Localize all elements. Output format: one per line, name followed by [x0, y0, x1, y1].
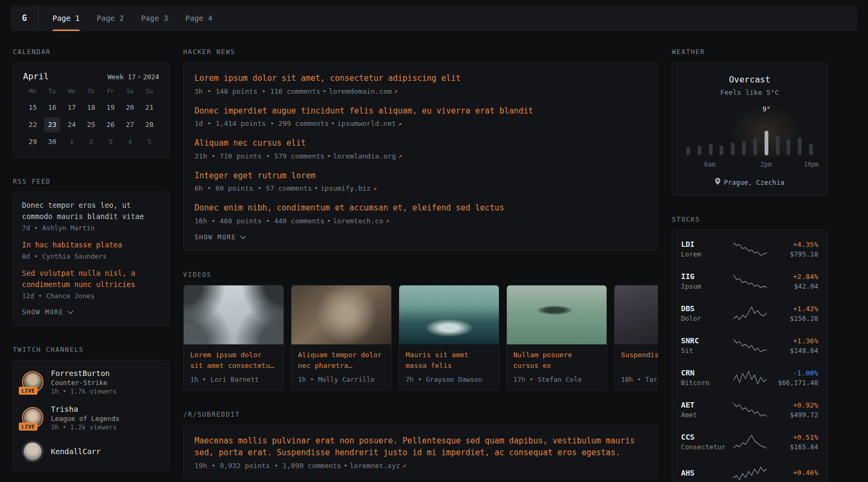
subreddit-item: Maecenas mollis pulvinar erat non posuer… — [194, 435, 647, 470]
hn-domain-link[interactable]: loremlandia.org↗ — [333, 152, 402, 160]
video-thumbnail[interactable] — [507, 285, 607, 344]
video-card: Aliquam tempor dolor nec pharetra… 1h • … — [291, 285, 392, 390]
calendar-day: 29 — [25, 134, 41, 149]
subreddit-domain: loremnet.xyz — [350, 462, 400, 470]
page-tabs: Page 1 Page 2 Page 3 Page 4 — [44, 5, 221, 31]
weather-bar — [742, 141, 746, 155]
tab-page-1[interactable]: Page 1 — [44, 5, 88, 31]
tab-page-4[interactable]: Page 4 — [177, 5, 221, 31]
video-title-link[interactable]: Nullam posuere cursus ex — [513, 350, 600, 372]
calendar-widget-title: CALENDAR — [13, 48, 169, 56]
rss-headline-link[interactable]: Donec tempor eros leo, ut commodo mauris… — [22, 200, 160, 222]
video-thumbnail[interactable] — [399, 285, 499, 344]
stock-ticker: DBS — [681, 304, 730, 313]
hn-show-more-button[interactable]: SHOW MORE — [194, 234, 246, 241]
hn-headline-link[interactable]: Aliquam nec cursus elit — [194, 137, 647, 149]
stock-row[interactable]: IIG Ipsum +2.84% $42.04 — [672, 265, 827, 297]
twitch-channel-row[interactable]: LIVE Trisha League of Legends 3h • 1.2k … — [22, 405, 160, 431]
hn-headline-link[interactable]: Donec imperdiet augue tincidunt felis al… — [194, 105, 647, 117]
stock-row[interactable]: DBS Dolor +1.42% $156.28 — [672, 297, 827, 329]
subreddit-item-meta: 19h • 9,932 points • 1,090 comments•lore… — [194, 462, 647, 470]
chevron-down-icon — [240, 234, 246, 241]
weather-bar — [698, 146, 701, 155]
app-logo[interactable]: G — [11, 5, 39, 31]
tab-page-2[interactable]: Page 2 — [88, 5, 133, 31]
subreddit-domain-link[interactable]: loremnet.xyz↗ — [350, 462, 406, 470]
hn-domain-link[interactable]: loremdomain.com↗ — [329, 87, 398, 95]
hn-domain-link[interactable]: loremtech.co↗ — [333, 217, 389, 225]
hn-item-meta: 16h • 468 points • 440 comments•loremtec… — [194, 217, 647, 225]
stock-sparkline — [734, 240, 767, 258]
video-thumbnail[interactable] — [184, 285, 283, 344]
stock-ticker: CRN — [681, 368, 730, 377]
weather-temp-label: 9° — [762, 105, 770, 113]
channel-category: Counter-Strike — [51, 379, 117, 387]
hn-domain-link[interactable]: ipsumify.biz↗ — [320, 184, 377, 192]
stock-price: $42.04 — [770, 282, 818, 290]
subreddit-headline-link[interactable]: Maecenas mollis pulvinar erat non posuer… — [194, 435, 647, 459]
stock-price: $499.72 — [770, 411, 818, 419]
stock-company: Bitcorn — [681, 379, 730, 387]
topbar: G Page 1 Page 2 Page 3 Page 4 — [11, 5, 857, 31]
video-meta: 7h • Grayson Dawson — [406, 375, 492, 383]
stock-identity: SNRC Sit — [681, 336, 730, 355]
calendar-day: 22 — [25, 117, 41, 132]
channel-info: Trisha League of Legends 3h • 1.2k viewe… — [51, 405, 119, 431]
stock-change: +4.35% — [770, 240, 818, 248]
middle-column: HACKER NEWS Lorem ipsum dolor sit amet, … — [183, 48, 658, 482]
stock-company: Consectetur — [681, 443, 730, 451]
stock-change: +0.46% — [770, 469, 818, 477]
hackernews-widget-title: HACKER NEWS — [183, 48, 658, 56]
hn-headline-link[interactable]: Lorem ipsum dolor sit amet, consectetur … — [194, 72, 647, 85]
video-title-link[interactable]: Lorem ipsum dolor sit amet consectetu… — [190, 350, 277, 372]
stock-identity: DBS Dolor — [681, 304, 730, 322]
hn-headline-link[interactable]: Donec enim nibh, condimentum et accumsan… — [194, 202, 647, 214]
weather-feels-like: Feels like 5°C — [681, 88, 818, 96]
twitch-channel-row[interactable]: LIVE ForrestBurton Counter-Strike 1h • 1… — [22, 369, 160, 395]
stock-row[interactable]: CRN Bitcorn -1.00% $66,171.48 — [672, 362, 827, 394]
stock-price: $156.28 — [770, 314, 818, 322]
calendar-day: 24 — [64, 117, 80, 132]
calendar-day: 4 — [122, 134, 138, 149]
video-thumbnail[interactable] — [291, 285, 391, 344]
video-title-link[interactable]: Suspendisse diam — [621, 350, 658, 372]
show-more-label: SHOW MORE — [194, 234, 236, 241]
rss-card: Donec tempor eros leo, ut commodo mauris… — [13, 192, 169, 326]
video-meta: 1h • Lori Barnett — [190, 375, 277, 383]
video-thumbnail[interactable] — [615, 285, 658, 344]
hn-meta-text: 16h • 468 points • 440 comments — [194, 217, 325, 225]
weather-time-label: 10pm — [804, 161, 819, 168]
weather-chart-bars: 9° — [681, 117, 818, 155]
stock-row[interactable]: AET Amet +0.92% $499.72 — [672, 394, 827, 426]
calendar-day: 15 — [25, 100, 41, 115]
channel-category: League of Legends — [51, 415, 119, 423]
videos-widget-title: VIDEOS — [183, 271, 658, 278]
external-link-icon: ↗ — [402, 462, 406, 469]
videos-widget: VIDEOS Lorem ipsum dolor sit amet consec… — [183, 271, 658, 390]
rss-item: In hac habitasse platea 8d • Cynthia Sau… — [22, 239, 160, 260]
video-card: Lorem ipsum dolor sit amet consectetu… 1… — [183, 285, 284, 390]
rss-headline-link[interactable]: Sed volutpat nulla nisl, a condimentum n… — [22, 268, 160, 290]
twitch-channel-row[interactable]: KendallCarr — [22, 441, 160, 462]
hn-domain-link[interactable]: ipsumworld.net↗ — [337, 119, 402, 127]
hn-item-meta: 3h • 148 points • 116 comments•loremdoma… — [194, 87, 647, 95]
video-title-link[interactable]: Aliquam tempor dolor nec pharetra… — [298, 350, 385, 372]
rss-headline-link[interactable]: In hac habitasse platea — [22, 239, 160, 251]
hn-headline-link[interactable]: Integer eget rutrum lorem — [194, 170, 647, 182]
calendar-dow: Su — [140, 88, 159, 98]
stock-ticker: CCS — [681, 433, 730, 441]
calendar-day: 1 — [64, 134, 80, 149]
stock-company: Amet — [681, 411, 730, 419]
separator-dot: • — [314, 184, 318, 192]
stock-row[interactable]: SNRC Sit +1.36% $148.64 — [672, 329, 827, 362]
stock-row[interactable]: CCS Consectetur +0.51% $165.84 — [672, 426, 827, 458]
tab-page-3[interactable]: Page 3 — [132, 5, 177, 31]
rss-show-more-button[interactable]: SHOW MORE — [22, 308, 73, 316]
stock-values: +1.36% $148.64 — [770, 337, 818, 355]
stock-row[interactable]: AHS +0.46% — [672, 458, 827, 482]
hn-item-meta: 1d • 1,414 points • 299 comments•ipsumwo… — [194, 119, 647, 127]
video-title-link[interactable]: Mauris sit amet massa felis — [406, 350, 492, 372]
video-card: Nullam posuere cursus ex 17h • Stefan Co… — [506, 285, 607, 390]
live-badge: LIVE — [19, 423, 38, 431]
stock-row[interactable]: LDI Lorem +4.35% $795.18 — [672, 233, 827, 265]
